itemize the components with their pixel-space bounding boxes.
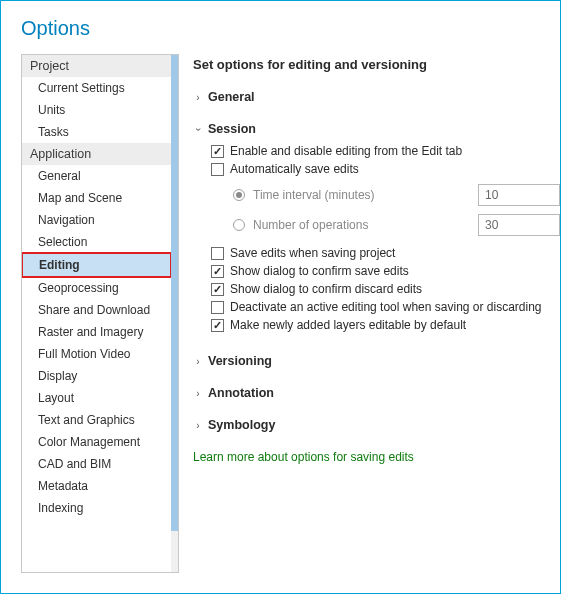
sidebar-item-navigation[interactable]: Navigation: [22, 209, 171, 231]
group-label: Session: [208, 122, 256, 136]
radio-label: Time interval (minutes): [253, 188, 375, 202]
main-panel: Set options for editing and versioning ›…: [193, 54, 560, 573]
sidebar-item-geoprocessing[interactable]: Geoprocessing: [22, 277, 171, 299]
group-label: Versioning: [208, 354, 272, 368]
checkbox-label: Show dialog to confirm discard edits: [230, 282, 422, 296]
sidebar: ProjectCurrent SettingsUnitsTasksApplica…: [21, 54, 179, 573]
sidebar-item-general[interactable]: General: [22, 165, 171, 187]
num-ops-input[interactable]: 30: [478, 214, 560, 236]
enable-edit-checkbox-row[interactable]: Enable and disable editing from the Edit…: [211, 142, 558, 160]
group-general[interactable]: › General: [193, 86, 558, 108]
sidebar-item-tasks[interactable]: Tasks: [22, 121, 171, 143]
content-area: ProjectCurrent SettingsUnitsTasksApplica…: [1, 54, 560, 573]
group-session[interactable]: › Session: [193, 118, 558, 140]
sidebar-item-color-management[interactable]: Color Management: [22, 431, 171, 453]
group-label: Annotation: [208, 386, 274, 400]
checkbox-label: Enable and disable editing from the Edit…: [230, 144, 462, 158]
radio-icon[interactable]: [233, 219, 245, 231]
checkbox-icon[interactable]: [211, 319, 224, 332]
sidebar-section-header: Project: [22, 55, 171, 77]
sidebar-item-raster-and-imagery[interactable]: Raster and Imagery: [22, 321, 171, 343]
options-window: Options ProjectCurrent SettingsUnitsTask…: [0, 0, 561, 594]
sidebar-item-display[interactable]: Display: [22, 365, 171, 387]
chevron-down-icon: ›: [193, 124, 204, 134]
sidebar-item-indexing[interactable]: Indexing: [22, 497, 171, 519]
window-title: Options: [1, 1, 560, 54]
scrollbar-track[interactable]: [171, 55, 178, 572]
sidebar-section-header: Application: [22, 143, 171, 165]
save-on-project-save-row[interactable]: Save edits when saving project: [211, 244, 558, 262]
sidebar-item-map-and-scene[interactable]: Map and Scene: [22, 187, 171, 209]
session-body: Enable and disable editing from the Edit…: [193, 140, 558, 340]
checkbox-label: Show dialog to confirm save edits: [230, 264, 409, 278]
chevron-right-icon: ›: [193, 92, 203, 103]
radio-icon[interactable]: [233, 189, 245, 201]
deactivate-tool-row[interactable]: Deactivate an active editing tool when s…: [211, 298, 558, 316]
auto-save-checkbox-row[interactable]: Automatically save edits: [211, 160, 558, 178]
sidebar-item-cad-and-bim[interactable]: CAD and BIM: [22, 453, 171, 475]
checkbox-icon[interactable]: [211, 145, 224, 158]
sidebar-item-selection[interactable]: Selection: [22, 231, 171, 253]
time-interval-radio[interactable]: Time interval (minutes): [233, 188, 375, 202]
time-interval-input[interactable]: 10: [478, 184, 560, 206]
checkbox-icon[interactable]: [211, 247, 224, 260]
chevron-right-icon: ›: [193, 356, 203, 367]
main-title: Set options for editing and versioning: [193, 54, 558, 86]
learn-more-link[interactable]: Learn more about options for saving edit…: [193, 436, 414, 464]
checkbox-icon[interactable]: [211, 163, 224, 176]
checkbox-icon[interactable]: [211, 283, 224, 296]
sidebar-item-units[interactable]: Units: [22, 99, 171, 121]
sidebar-item-editing[interactable]: Editing: [22, 252, 171, 278]
sidebar-item-current-settings[interactable]: Current Settings: [22, 77, 171, 99]
group-label: Symbology: [208, 418, 275, 432]
sidebar-item-metadata[interactable]: Metadata: [22, 475, 171, 497]
group-label: General: [208, 90, 255, 104]
scrollbar-thumb[interactable]: [171, 55, 178, 531]
chevron-right-icon: ›: [193, 388, 203, 399]
sidebar-item-full-motion-video[interactable]: Full Motion Video: [22, 343, 171, 365]
group-annotation[interactable]: › Annotation: [193, 382, 558, 404]
group-versioning[interactable]: › Versioning: [193, 350, 558, 372]
sidebar-item-share-and-download[interactable]: Share and Download: [22, 299, 171, 321]
checkbox-icon[interactable]: [211, 301, 224, 314]
checkbox-label: Deactivate an active editing tool when s…: [230, 300, 542, 314]
confirm-discard-row[interactable]: Show dialog to confirm discard edits: [211, 280, 558, 298]
new-layers-editable-row[interactable]: Make newly added layers editable by defa…: [211, 316, 558, 334]
confirm-save-row[interactable]: Show dialog to confirm save edits: [211, 262, 558, 280]
sidebar-item-text-and-graphics[interactable]: Text and Graphics: [22, 409, 171, 431]
checkbox-label: Make newly added layers editable by defa…: [230, 318, 466, 332]
radio-label: Number of operations: [253, 218, 368, 232]
num-ops-radio[interactable]: Number of operations: [233, 218, 368, 232]
group-symbology[interactable]: › Symbology: [193, 414, 558, 436]
checkbox-icon[interactable]: [211, 265, 224, 278]
checkbox-label: Save edits when saving project: [230, 246, 395, 260]
auto-save-options: Time interval (minutes) 10 Number of ope…: [211, 178, 558, 244]
sidebar-item-layout[interactable]: Layout: [22, 387, 171, 409]
chevron-right-icon: ›: [193, 420, 203, 431]
checkbox-label: Automatically save edits: [230, 162, 359, 176]
